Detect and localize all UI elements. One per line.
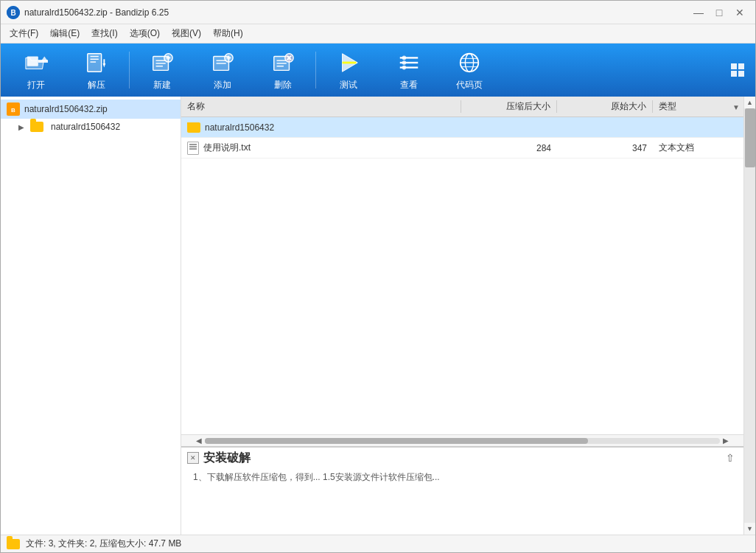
file-row-txt-name: 使用说明.txt <box>181 142 461 155</box>
maximize-button[interactable]: □ <box>710 5 729 20</box>
header-type[interactable]: 类型 <box>653 100 682 113</box>
menu-view[interactable]: 视图(V) <box>166 26 207 42</box>
app-icon: B <box>7 6 20 19</box>
preview-panel: ✕ 安装破解 ⇧ 1、下载解压软件压缩包，得到... 1.5安装源文件计软件压缩… <box>181 446 743 535</box>
menu-file[interactable]: 文件(F) <box>4 26 44 42</box>
header-name[interactable]: 名称 <box>181 100 461 113</box>
content-panel: 名称 压缩后大小 原始大小 类型 ▼ naturalrd1506432 <box>181 97 743 535</box>
preview-close-button[interactable]: ✕ <box>187 452 199 464</box>
svg-rect-47 <box>738 71 744 77</box>
header-original[interactable]: 原始大小 <box>557 100 653 113</box>
svg-rect-46 <box>731 71 737 77</box>
preview-title: 安装破解 <box>203 451 251 466</box>
sidebar-zip-label: naturalrd1506432.zip <box>24 104 108 114</box>
file-row-txt[interactable]: 使用说明.txt 284 347 文本文档 <box>181 138 743 159</box>
test-label: 测试 <box>340 79 357 91</box>
window-controls: — □ ✕ <box>689 5 749 20</box>
sidebar: B naturalrd1506432.zip ▶ naturalrd150643… <box>1 97 181 535</box>
scroll-track-v[interactable] <box>744 108 756 523</box>
sidebar-item-folder[interactable]: ▶ naturalrd1506432 <box>1 119 181 135</box>
scroll-up-arrow[interactable]: ▲ <box>744 97 756 108</box>
sidebar-item-zip[interactable]: B naturalrd1506432.zip <box>1 100 181 119</box>
delete-icon <box>270 49 296 76</box>
window-title: naturalrd1506432.zip - Bandizip 6.25 <box>24 7 689 18</box>
svg-rect-45 <box>738 63 744 69</box>
extract-icon <box>83 49 110 76</box>
file-row-txt-type: 文本文档 <box>653 142 700 154</box>
scroll-thumb-v[interactable] <box>745 108 755 167</box>
status-bar: 文件: 3, 文件夹: 2, 压缩包大小: 47.7 MB <box>1 535 755 552</box>
toolbar: 打开 解压 <box>1 44 755 97</box>
svg-rect-10 <box>103 59 105 65</box>
scroll-left-arrow[interactable]: ◀ <box>193 435 205 447</box>
folder-icon <box>30 122 43 132</box>
file-row-folder[interactable]: naturalrd1506432 <box>181 117 743 138</box>
new-button[interactable]: 新建 <box>133 46 192 94</box>
new-label: 新建 <box>153 79 171 91</box>
status-text: 文件: 3, 文件夹: 2, 压缩包大小: 47.7 MB <box>26 538 181 550</box>
chevron-right-icon: ▶ <box>18 123 24 131</box>
folder-icon-row1 <box>187 122 200 133</box>
test-icon <box>335 49 362 76</box>
main-window: B naturalrd1506432.zip - Bandizip 6.25 —… <box>0 0 756 553</box>
scroll-track-h[interactable] <box>205 438 720 444</box>
header-compressed[interactable]: 压缩后大小 <box>461 100 557 113</box>
open-button[interactable]: 打开 <box>7 46 66 94</box>
view-icon <box>396 49 422 76</box>
menu-help[interactable]: 帮助(H) <box>207 26 249 42</box>
title-bar: B naturalrd1506432.zip - Bandizip 6.25 —… <box>1 1 755 24</box>
menu-bar: 文件(F) 编辑(E) 查找(I) 选项(O) 视图(V) 帮助(H) <box>1 24 755 44</box>
view-button[interactable]: 查看 <box>379 46 438 94</box>
file-row-txt-original: 347 <box>557 143 653 153</box>
svg-text:B: B <box>11 107 15 114</box>
new-icon <box>149 49 175 76</box>
open-label: 打开 <box>27 79 45 91</box>
folder-name-text: naturalrd1506432 <box>205 122 274 133</box>
svg-point-38 <box>402 65 407 69</box>
open-icon <box>23 49 49 76</box>
horizontal-scrollbar[interactable]: ◀ ▶ <box>181 434 743 446</box>
minimize-button[interactable]: — <box>689 5 708 20</box>
status-folder-icon <box>7 539 20 549</box>
close-button[interactable]: ✕ <box>730 5 749 20</box>
header-dropdown-button[interactable]: ▼ <box>729 97 743 117</box>
sidebar-folder-label: naturalrd1506432 <box>51 122 120 132</box>
codepage-button[interactable]: 代码页 <box>440 46 499 94</box>
svg-rect-44 <box>731 63 737 69</box>
preview-content: 1、下载解压软件压缩包，得到... 1.5安装源文件计软件压缩包... <box>181 468 743 535</box>
menu-find[interactable]: 查找(I) <box>85 26 123 42</box>
scroll-down-arrow[interactable]: ▼ <box>744 523 756 535</box>
codepage-icon <box>456 49 483 76</box>
add-icon <box>209 49 236 76</box>
file-list: naturalrd1506432 使用说明.txt 284 347 文本文档 <box>181 117 743 434</box>
file-row-folder-name: naturalrd1506432 <box>181 122 461 133</box>
preview-collapse-button[interactable]: ⇧ <box>723 451 738 465</box>
txt-name-text: 使用说明.txt <box>203 142 251 154</box>
svg-text:B: B <box>10 9 15 17</box>
delete-button[interactable]: 删除 <box>253 46 312 94</box>
svg-point-37 <box>402 60 407 65</box>
test-button[interactable]: 测试 <box>319 46 378 94</box>
toolbar-sep-1 <box>129 52 130 88</box>
scroll-thumb-h[interactable] <box>205 438 588 444</box>
scroll-right-arrow[interactable]: ▶ <box>720 435 732 447</box>
extract-label: 解压 <box>88 79 105 91</box>
preview-text: 1、下载解压软件压缩包，得到... 1.5安装源文件计软件压缩包... <box>193 472 440 482</box>
add-button[interactable]: 添加 <box>193 46 252 94</box>
main-area: B naturalrd1506432.zip ▶ naturalrd150643… <box>1 97 755 535</box>
grid-view-button[interactable] <box>726 58 749 82</box>
zip-icon: B <box>7 102 20 116</box>
toolbar-sep-2 <box>315 52 316 88</box>
txt-icon-row2 <box>187 142 199 155</box>
vertical-scrollbar[interactable]: ▲ ▼ <box>743 97 755 535</box>
svg-point-36 <box>402 55 407 60</box>
menu-edit[interactable]: 编辑(E) <box>44 26 85 42</box>
codepage-label: 代码页 <box>456 79 483 91</box>
file-list-header: 名称 压缩后大小 原始大小 类型 ▼ <box>181 97 743 117</box>
add-label: 添加 <box>214 79 231 91</box>
menu-options[interactable]: 选项(O) <box>124 26 166 42</box>
preview-header: ✕ 安装破解 <box>181 448 743 468</box>
view-label: 查看 <box>400 79 418 91</box>
delete-label: 删除 <box>274 79 292 91</box>
extract-button[interactable]: 解压 <box>67 46 126 94</box>
